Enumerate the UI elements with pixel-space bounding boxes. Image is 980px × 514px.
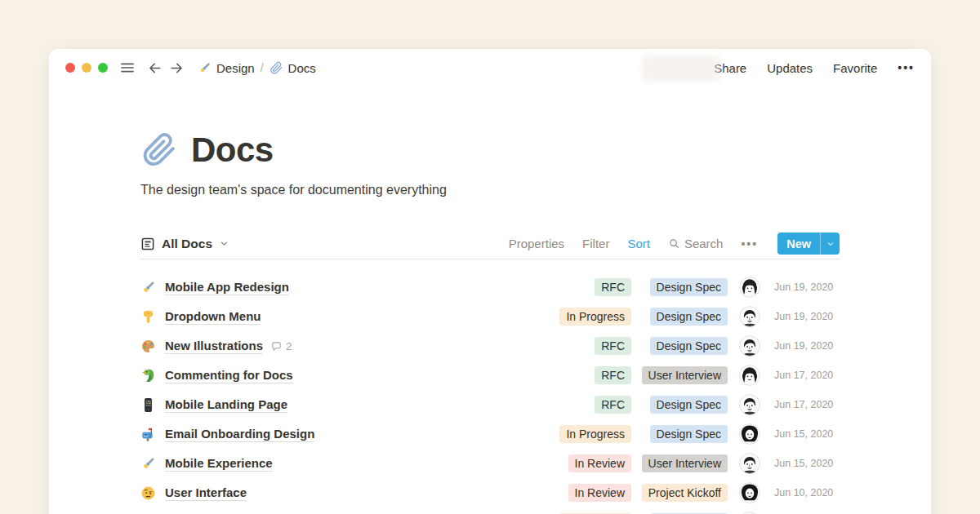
toolbar-more-icon[interactable]: ••• — [741, 237, 758, 250]
doc-emoji-icon — [140, 485, 156, 501]
doc-date[interactable]: Jun 15, 2020 — [774, 428, 840, 440]
status-tag[interactable]: RFC — [595, 366, 631, 384]
page-header: Docs The design team's space for documen… — [140, 131, 840, 197]
doc-date[interactable]: Jun 19, 2020 — [774, 281, 840, 293]
close-window-button[interactable] — [65, 63, 75, 73]
doc-emoji-icon — [140, 427, 156, 442]
comment-count-value: 2 — [286, 340, 292, 352]
table-row[interactable]: Dropdown Menu In Progress Design Spec Ju… — [140, 302, 840, 331]
breadcrumb-separator: / — [261, 61, 264, 74]
status-tag[interactable]: In Progress — [559, 425, 631, 443]
minimize-window-button[interactable] — [82, 63, 91, 73]
status-tag[interactable]: RFC — [595, 396, 631, 414]
status-tag[interactable]: RFC — [595, 278, 631, 296]
page-subtitle[interactable]: The design team's space for documenting … — [140, 183, 840, 197]
doc-list: Mobile App Redesign RFC Design Spec Jun … — [140, 273, 840, 514]
paintbrush-icon — [198, 61, 212, 75]
type-tag[interactable]: Design Spec — [650, 278, 728, 296]
table-row[interactable]: Mobile Experience In Review User Intervi… — [140, 449, 840, 478]
doc-date[interactable]: Jun 19, 2020 — [774, 311, 840, 322]
doc-date[interactable]: Jun 10, 2020 — [774, 487, 840, 498]
type-tag[interactable]: Design Spec — [650, 337, 728, 355]
avatar[interactable] — [739, 394, 760, 415]
doc-title-link[interactable]: Email Onboarding Design — [165, 427, 314, 442]
status-tag[interactable]: In Review — [568, 454, 631, 472]
breadcrumb: Design / Docs — [198, 61, 316, 75]
breadcrumb-item-docs[interactable]: Docs — [270, 61, 316, 75]
filter-button[interactable]: Filter — [582, 237, 609, 250]
page-title[interactable]: Docs — [191, 131, 274, 170]
doc-date[interactable]: Jun 17, 2020 — [774, 399, 840, 410]
doc-title-link[interactable]: Mobile App Redesign — [165, 280, 289, 295]
table-row[interactable]: Exploration of New Fonts In Progress Des… — [140, 507, 840, 514]
type-tag[interactable]: Design Spec — [650, 425, 728, 443]
breadcrumb-label: Design — [216, 61, 255, 75]
favorite-button[interactable]: Favorite — [833, 61, 877, 75]
doc-title-link[interactable]: Mobile Experience — [165, 456, 273, 472]
table-row[interactable]: Mobile Landing Page RFC Design Spec Jun … — [140, 390, 840, 419]
doc-emoji-icon — [140, 397, 156, 413]
avatar[interactable] — [739, 482, 760, 503]
doc-title-link[interactable]: Mobile Landing Page — [165, 397, 287, 413]
table-row[interactable]: User Interface In Review Project Kickoff… — [140, 478, 840, 507]
view-name: All Docs — [162, 237, 212, 251]
forward-arrow-icon[interactable] — [169, 60, 185, 76]
table-row[interactable]: Commenting for Docs RFC User Interview J… — [140, 361, 840, 390]
type-tag[interactable]: Design Spec — [650, 308, 728, 326]
chevron-down-icon — [826, 239, 835, 249]
table-row[interactable]: Email Onboarding Design In Progress Desi… — [140, 419, 840, 449]
type-tag[interactable]: Design Spec — [650, 396, 728, 414]
doc-date[interactable]: Jun 17, 2020 — [774, 370, 840, 381]
sidebar-menu-icon[interactable] — [119, 60, 136, 76]
new-button-dropdown[interactable] — [820, 233, 840, 255]
avatar[interactable] — [739, 306, 760, 327]
avatar[interactable] — [739, 365, 760, 386]
avatar[interactable] — [739, 335, 760, 357]
traffic-lights — [65, 63, 108, 73]
sort-button[interactable]: Sort — [627, 237, 650, 250]
doc-title-link[interactable]: User Interface — [165, 485, 247, 501]
status-tag[interactable]: In Progress — [559, 308, 631, 326]
doc-title-link[interactable]: Dropdown Menu — [165, 309, 261, 325]
avatar[interactable] — [739, 453, 760, 474]
doc-title-link[interactable]: New Illustrations — [165, 339, 263, 354]
updates-button[interactable]: Updates — [767, 61, 813, 75]
paperclip-icon — [270, 61, 283, 75]
doc-title-link[interactable]: Commenting for Docs — [165, 368, 293, 383]
search-icon — [668, 237, 680, 250]
properties-button[interactable]: Properties — [509, 237, 564, 250]
blurred-region — [642, 55, 720, 82]
doc-date[interactable]: Jun 15, 2020 — [774, 458, 840, 469]
table-row[interactable]: Mobile App Redesign RFC Design Spec Jun … — [140, 273, 840, 302]
doc-emoji-icon — [140, 339, 156, 354]
chevron-down-icon — [219, 238, 229, 249]
status-tag[interactable]: RFC — [595, 337, 631, 355]
search-button[interactable]: Search — [668, 237, 724, 250]
doc-emoji-icon — [140, 280, 156, 295]
zoom-window-button[interactable] — [98, 63, 108, 73]
status-tag[interactable]: In Review — [568, 484, 631, 502]
type-tag[interactable]: User Interview — [642, 454, 728, 472]
new-button-group: New — [777, 233, 840, 255]
avatar[interactable] — [739, 277, 760, 298]
avatar[interactable] — [739, 423, 760, 445]
doc-date[interactable]: Jun 19, 2020 — [774, 340, 840, 352]
table-row[interactable]: New Illustrations 2 RFC Design Spec Jun … — [140, 331, 840, 361]
titlebar-actions: Share Updates Favorite ••• — [714, 61, 915, 75]
breadcrumb-item-design[interactable]: Design — [198, 61, 255, 75]
back-arrow-icon[interactable] — [147, 60, 163, 76]
page-paperclip-icon[interactable] — [140, 131, 178, 169]
doc-emoji-icon — [140, 456, 156, 472]
comment-count[interactable]: 2 — [270, 340, 292, 352]
type-tag[interactable]: User Interview — [642, 366, 728, 384]
app-window: Design / Docs Share Updates Favorite •••… — [49, 49, 931, 514]
more-menu-icon[interactable]: ••• — [898, 61, 915, 74]
window-titlebar: Design / Docs Share Updates Favorite ••• — [49, 49, 931, 86]
type-tag[interactable]: Project Kickoff — [642, 484, 728, 502]
new-button[interactable]: New — [777, 233, 820, 255]
comment-bubble-icon — [270, 340, 283, 352]
list-view-icon — [140, 237, 155, 251]
doc-emoji-icon — [140, 309, 156, 325]
view-switcher[interactable]: All Docs — [140, 237, 229, 251]
collection-toolbar: All Docs Properties Filter Sort Search •… — [140, 228, 840, 259]
